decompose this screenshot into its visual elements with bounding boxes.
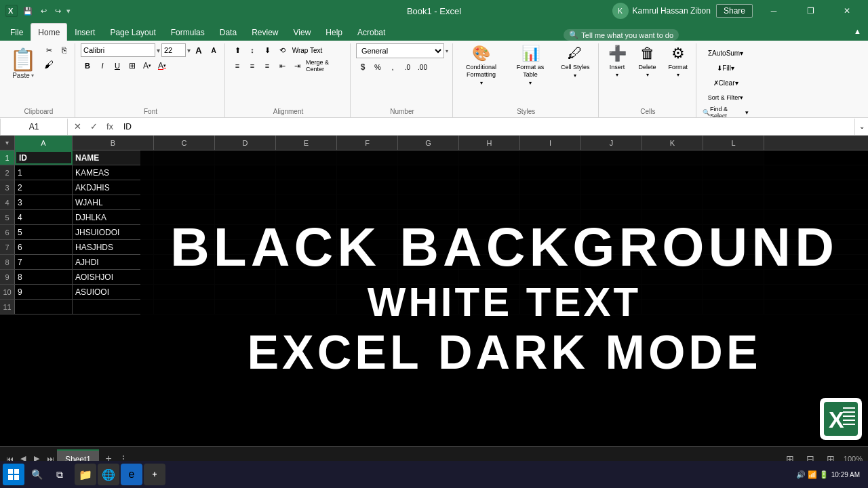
cell-b8[interactable]: AJHDI	[73, 255, 154, 269]
cell-g4[interactable]	[398, 195, 459, 209]
insert-function-btn[interactable]: fx	[103, 120, 117, 134]
cell-j4[interactable]	[581, 195, 642, 209]
cell-e2[interactable]	[276, 165, 337, 180]
insert-button[interactable]: ➕ Insert ▾	[604, 43, 631, 79]
border-button[interactable]: ⊞	[125, 59, 139, 73]
col-header-k[interactable]: K	[642, 136, 703, 150]
qat-more-btn[interactable]: ▾	[66, 7, 71, 16]
cell-a4[interactable]: 3	[15, 195, 73, 209]
cell-j7[interactable]	[581, 240, 642, 254]
cell-a8[interactable]: 7	[15, 255, 73, 269]
cell-h8[interactable]	[459, 255, 520, 269]
cell-i9[interactable]	[520, 270, 581, 284]
cell-h2[interactable]	[459, 165, 520, 180]
fill-button[interactable]: ⬇ Fill ▾	[702, 61, 749, 75]
row-num-6[interactable]: 6	[0, 225, 15, 239]
increase-decimal-button[interactable]: .00	[416, 60, 429, 74]
cell-k11[interactable]	[642, 300, 703, 314]
cell-g7[interactable]	[398, 240, 459, 254]
number-format-select[interactable]: General Number Currency Percentage	[356, 43, 444, 58]
cell-c9[interactable]	[154, 270, 215, 284]
cell-h10[interactable]	[459, 285, 520, 299]
merge-center-dropdown[interactable]: Merge & Center	[305, 59, 346, 73]
cell-l10[interactable]	[703, 285, 764, 299]
cell-d7[interactable]	[215, 240, 276, 254]
cell-e6[interactable]	[276, 225, 337, 239]
cancel-formula-btn[interactable]: ✕	[71, 120, 84, 134]
bold-button[interactable]: B	[81, 59, 94, 73]
delete-button[interactable]: 🗑 Delete ▾	[635, 43, 660, 79]
cell-b3[interactable]: AKDJHIS	[73, 180, 154, 195]
cell-g2[interactable]	[398, 165, 459, 180]
text-angle-button[interactable]: ⟲	[275, 43, 289, 57]
cell-h11[interactable]	[459, 300, 520, 314]
cell-b7[interactable]: HASJHDS	[73, 240, 154, 254]
row-num-5[interactable]: 5	[0, 210, 15, 224]
cell-f6[interactable]	[337, 225, 398, 239]
font-name-input[interactable]	[81, 43, 155, 57]
row-num-9[interactable]: 9	[0, 270, 15, 284]
clear-button[interactable]: ✗ Clear ▾	[702, 76, 749, 89]
col-header-l[interactable]: L	[703, 136, 764, 150]
cell-styles-button[interactable]: 🖊 Cell Styles ▾	[557, 43, 594, 80]
minimize-button[interactable]: ─	[758, 0, 789, 22]
col-header-f[interactable]: F	[337, 136, 398, 150]
cell-i11[interactable]	[520, 300, 581, 314]
cell-g1[interactable]	[398, 150, 459, 165]
cell-b6[interactable]: JHSUIODOI	[73, 225, 154, 239]
cell-a7[interactable]: 6	[15, 240, 73, 254]
taskbar-chrome[interactable]: 🌐	[98, 464, 119, 485]
cell-e10[interactable]	[276, 285, 337, 299]
formula-expand-btn[interactable]: ⌄	[854, 119, 868, 135]
row-num-4[interactable]: 4	[0, 195, 15, 209]
row-num-1[interactable]: 1	[0, 150, 15, 165]
row-num-11[interactable]: 11	[0, 300, 15, 314]
cell-k10[interactable]	[642, 285, 703, 299]
cell-f3[interactable]	[337, 180, 398, 195]
tab-help[interactable]: Help	[318, 23, 350, 41]
copy-button[interactable]: ⎘	[57, 43, 71, 57]
cell-i10[interactable]	[520, 285, 581, 299]
cell-c4[interactable]	[154, 195, 215, 209]
cell-b2[interactable]: KAMEAS	[73, 165, 154, 180]
cell-d3[interactable]	[215, 180, 276, 195]
cell-h1[interactable]	[459, 150, 520, 165]
cell-g6[interactable]	[398, 225, 459, 239]
cell-l8[interactable]	[703, 255, 764, 269]
col-header-a[interactable]: A	[15, 136, 73, 150]
cell-e9[interactable]	[276, 270, 337, 284]
autosum-button[interactable]: Σ AutoSum ▾	[702, 46, 749, 60]
formula-input[interactable]	[119, 119, 854, 135]
cell-l4[interactable]	[703, 195, 764, 209]
cell-i3[interactable]	[520, 180, 581, 195]
cell-l7[interactable]	[703, 240, 764, 254]
cell-j10[interactable]	[581, 285, 642, 299]
cell-f10[interactable]	[337, 285, 398, 299]
col-header-d[interactable]: D	[215, 136, 276, 150]
cell-b10[interactable]: ASUIOOI	[73, 285, 154, 299]
col-header-i[interactable]: I	[520, 136, 581, 150]
cell-c3[interactable]	[154, 180, 215, 195]
cell-l9[interactable]	[703, 270, 764, 284]
cell-f1[interactable]	[337, 150, 398, 165]
cell-l11[interactable]	[703, 300, 764, 314]
cell-f11[interactable]	[337, 300, 398, 314]
ribbon-collapse-btn[interactable]: ▲	[850, 27, 865, 35]
taskbar-file-explorer[interactable]: 📁	[75, 464, 96, 485]
cell-f9[interactable]	[337, 270, 398, 284]
cell-b1[interactable]: NAME	[73, 150, 154, 165]
cell-g3[interactable]	[398, 180, 459, 195]
conditional-formatting-button[interactable]: 🎨 Conditional Formatting ▾	[458, 43, 504, 87]
align-top-button[interactable]: ⬆	[231, 43, 244, 57]
col-header-j[interactable]: J	[581, 136, 642, 150]
cell-k1[interactable]	[642, 150, 703, 165]
cell-i7[interactable]	[520, 240, 581, 254]
taskbar-more-apps[interactable]: +	[144, 464, 165, 485]
cell-d4[interactable]	[215, 195, 276, 209]
cell-d6[interactable]	[215, 225, 276, 239]
cell-f7[interactable]	[337, 240, 398, 254]
align-middle-button[interactable]: ↕	[245, 43, 259, 57]
cell-k7[interactable]	[642, 240, 703, 254]
select-all-btn[interactable]: ▾	[5, 139, 9, 146]
cell-g8[interactable]	[398, 255, 459, 269]
